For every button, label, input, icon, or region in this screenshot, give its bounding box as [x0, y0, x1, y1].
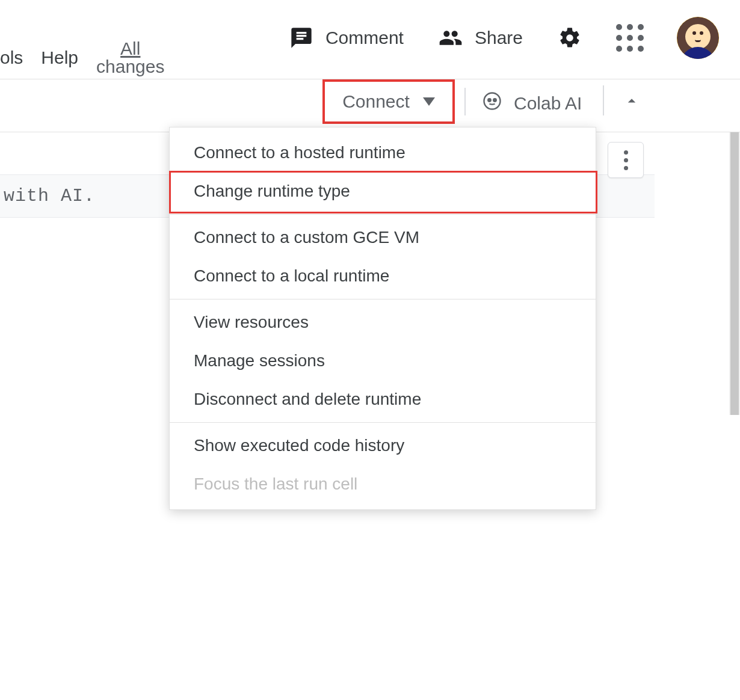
comment-icon — [288, 25, 315, 51]
dd-local-runtime[interactable]: Connect to a local runtime — [170, 257, 596, 295]
share-label: Share — [475, 28, 523, 48]
account-avatar[interactable] — [677, 17, 719, 59]
connect-button[interactable]: Connect — [322, 79, 455, 124]
all-changes-line1: All — [96, 40, 164, 58]
dd-code-history[interactable]: Show executed code history — [170, 426, 596, 465]
svg-point-1 — [488, 99, 491, 102]
apps-button[interactable] — [617, 25, 643, 51]
people-icon — [437, 25, 464, 51]
connect-label: Connect — [342, 91, 410, 112]
settings-button[interactable] — [557, 25, 583, 51]
apps-grid-icon — [617, 25, 643, 51]
dd-change-runtime[interactable]: Change runtime type — [170, 172, 596, 210]
colab-ai-icon — [481, 90, 503, 116]
svg-point-0 — [484, 93, 501, 109]
more-vert-icon — [624, 150, 628, 170]
caret-down-icon — [423, 97, 435, 106]
header-actions: Comment Share — [288, 17, 719, 59]
scrollbar[interactable] — [729, 132, 740, 415]
menu-separator — [170, 214, 596, 215]
divider — [464, 88, 466, 115]
header-bar: ols Help All changes Comment Share — [0, 0, 740, 79]
all-changes-saved[interactable]: All changes — [96, 40, 164, 76]
dd-manage-sessions[interactable]: Manage sessions — [170, 342, 596, 380]
dd-view-resources[interactable]: View resources — [170, 303, 596, 342]
gear-icon — [557, 25, 583, 51]
menu-separator — [170, 422, 596, 423]
colab-ai-label: Colab AI — [514, 93, 582, 114]
comment-label: Comment — [325, 28, 404, 48]
dd-custom-gce[interactable]: Connect to a custom GCE VM — [170, 218, 596, 257]
comment-button[interactable]: Comment — [288, 25, 404, 51]
connect-dropdown: Connect to a hosted runtime Change runti… — [169, 127, 596, 510]
collapse-toolbar-button[interactable] — [620, 89, 644, 113]
dd-focus-last-cell: Focus the last run cell — [170, 465, 596, 503]
menu-tools[interactable]: ols — [0, 48, 23, 68]
chevron-up-icon — [623, 92, 641, 110]
menu-bar: ols Help All changes — [0, 40, 165, 76]
cell-overflow-button[interactable] — [608, 142, 644, 178]
menu-separator — [170, 299, 596, 299]
colab-ai-button[interactable]: Colab AI — [481, 90, 582, 116]
toolbar: Connect Colab AI — [0, 79, 740, 132]
dd-connect-hosted[interactable]: Connect to a hosted runtime — [170, 134, 596, 172]
menu-help[interactable]: Help — [41, 48, 78, 68]
share-button[interactable]: Share — [437, 25, 523, 51]
cell-text: with AI. — [4, 186, 95, 206]
dd-disconnect[interactable]: Disconnect and delete runtime — [170, 380, 596, 419]
all-changes-line2: changes — [96, 58, 164, 76]
divider — [603, 85, 604, 115]
scrollbar-thumb[interactable] — [730, 132, 739, 415]
svg-point-2 — [493, 99, 496, 102]
